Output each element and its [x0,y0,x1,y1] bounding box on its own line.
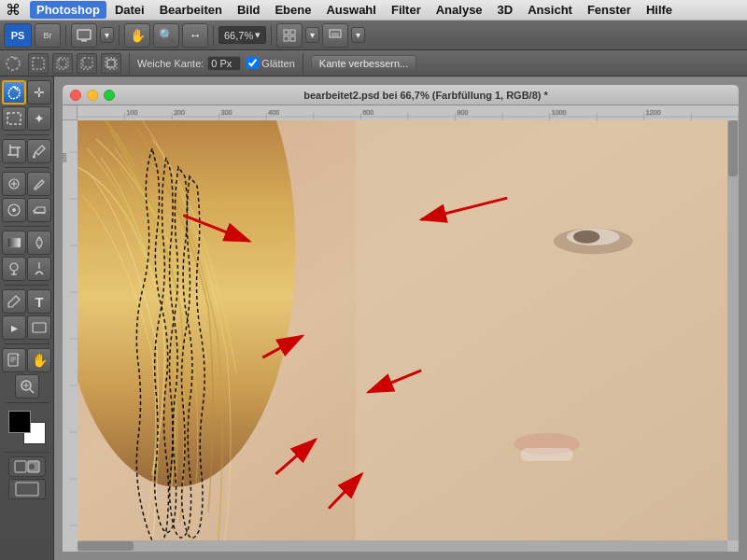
smooth-checkbox[interactable] [247,57,259,69]
zoom-tool-button[interactable]: 🔍 [153,23,179,48]
clone-stamp-button[interactable] [2,198,26,222]
close-button[interactable] [70,90,81,101]
svg-point-51 [29,464,35,469]
svg-text:200: 200 [174,109,185,116]
eraser-icon [32,203,47,217]
quick-mask-button[interactable] [8,456,46,477]
hair-svg [78,120,739,552]
svg-rect-41 [8,354,18,366]
tool-row-11 [15,374,39,399]
intersect-selection-button[interactable] [101,53,121,74]
hand-tool-button-2[interactable]: ✋ [27,348,51,372]
brush-tool-button[interactable] [27,172,51,196]
grid-button[interactable] [276,23,303,48]
arrange-dropdown[interactable]: ▾ [351,27,365,43]
burn-tool-button[interactable] [27,257,51,281]
menu-auswahl[interactable]: Auswahl [319,1,382,19]
move-tool-button[interactable]: ✛ [27,80,51,105]
svg-rect-53 [18,484,36,494]
vertical-scrollbar[interactable] [727,120,739,540]
add-selection-button[interactable] [52,53,73,74]
svg-rect-4 [284,36,289,41]
toolbox: ✛ ✦ [0,77,54,560]
bridge-button[interactable]: Br [35,23,61,48]
document-content[interactable]: 100 200 300 400 600 800 1000 1200 [62,105,740,553]
horizontal-scrollbar[interactable] [78,540,727,552]
grid-icon [283,29,296,42]
healing-brush-button[interactable] [2,172,26,196]
document-window: bearbeitet2.psd bei 66,7% (Farbfüllung 1… [62,84,740,553]
minimize-button[interactable] [87,90,98,101]
pen-tool-button[interactable] [2,289,26,314]
menu-filter[interactable]: Filter [385,1,428,19]
refine-edge-button[interactable]: Kante verbessern... [311,55,416,72]
path-select-button[interactable]: ▸ [2,315,26,340]
scroll-corner [727,540,739,552]
gradient-tool-button[interactable] [2,231,26,255]
crop-tool-button[interactable] [2,139,26,163]
magic-wand-button[interactable]: ✦ [27,106,51,131]
shape-tool-button[interactable] [27,315,51,340]
zoom-dropdown-icon[interactable]: ▾ [255,29,261,41]
svg-text:600: 600 [362,109,374,116]
arrow-3 [262,336,302,357]
text-tool-button[interactable]: T [27,289,51,314]
maximize-button[interactable] [104,90,115,101]
horizontal-scroll-thumb[interactable] [78,541,134,551]
ps-icon-button[interactable]: PS [4,23,32,48]
menu-photoshop[interactable]: Photoshop [30,1,106,19]
svg-point-94 [567,229,620,245]
ruler-h-marks: 100 200 300 400 600 800 1000 1200 [78,105,739,120]
svg-rect-90 [78,120,739,552]
apple-menu[interactable]: ⌘ [6,1,21,19]
document-titlebar: bearbeitet2.psd bei 66,7% (Farbfüllung 1… [62,84,740,105]
menu-bearbeiten[interactable]: Bearbeiten [153,1,229,19]
selection-mode-group [28,53,121,74]
tool-row-6 [2,231,51,255]
grid-dropdown[interactable]: ▾ [305,27,319,43]
menu-fenster[interactable]: Fenster [581,1,638,19]
pan-tool-button[interactable]: ↔ [182,23,208,48]
eraser-button[interactable] [27,198,51,222]
zoom-tool-button-2[interactable] [15,374,39,399]
tool-row-3 [2,139,51,163]
tool-sep4 [5,285,49,286]
feather-input[interactable] [207,56,241,71]
blur-tool-button[interactable] [27,231,51,255]
lasso-tool-button[interactable] [2,80,26,105]
screen-mode-button[interactable] [71,23,97,48]
ps-label: PS [11,30,25,41]
svg-rect-1 [81,40,87,42]
svg-rect-17 [107,60,115,67]
foreground-color-swatch[interactable] [8,411,31,433]
menu-analyse[interactable]: Analyse [430,1,489,19]
svg-point-29 [34,187,37,190]
menu-3d[interactable]: 3D [491,1,520,19]
main-area: ✛ ✦ [0,77,747,560]
vertical-scroll-thumb[interactable] [728,120,738,176]
photo-canvas[interactable] [78,120,739,552]
separator [65,25,66,46]
menu-ansicht[interactable]: Ansicht [521,1,579,19]
svg-rect-19 [7,113,21,124]
screen-mode-button-2[interactable] [8,479,46,499]
svg-text:1000: 1000 [552,109,567,116]
menu-bild[interactable]: Bild [231,1,267,19]
marquee-tool-button[interactable] [2,106,26,131]
crop-icon [7,144,21,159]
menu-hilfe[interactable]: Hilfe [640,1,679,19]
menu-ebene[interactable]: Ebene [268,1,317,19]
document-title: bearbeitet2.psd bei 66,7% (Farbfüllung 1… [120,90,731,101]
hand-tool-button[interactable]: ✋ [124,23,150,48]
new-selection-button[interactable] [28,53,49,74]
blur-icon [32,235,47,250]
eyedropper-button[interactable] [27,139,51,163]
color-swatches[interactable] [8,411,46,444]
dodge-tool-button[interactable] [2,257,26,281]
subtract-selection-button[interactable] [77,53,97,74]
svg-point-93 [554,229,633,255]
notes-tool-button[interactable] [2,348,26,372]
arrange-button[interactable] [322,23,348,48]
menu-datei[interactable]: Datei [108,1,151,19]
screen-options-dropdown[interactable]: ▾ [100,27,114,43]
